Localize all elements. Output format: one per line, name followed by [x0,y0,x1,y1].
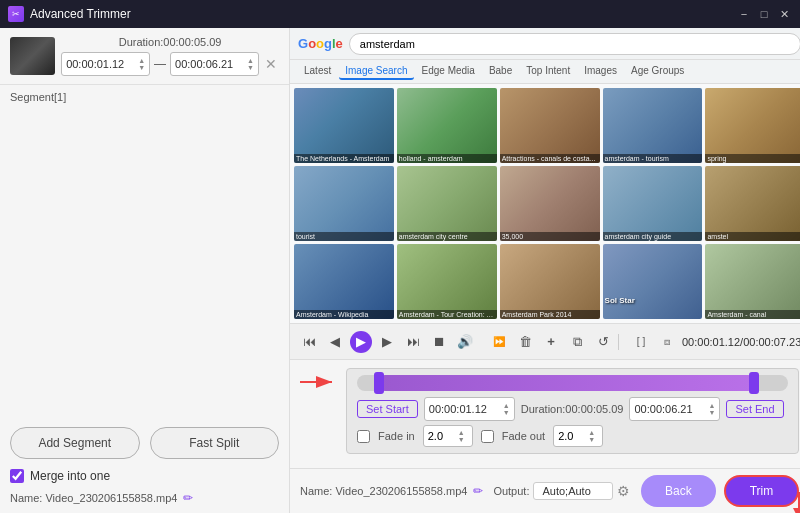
frame-button[interactable]: ⧈ [656,331,678,353]
fade-out-checkbox[interactable] [481,430,494,443]
close-segment-button[interactable]: ✕ [263,56,279,72]
fade-in-checkbox[interactable] [357,430,370,443]
output-settings-icon[interactable]: ⚙ [617,483,630,499]
volume-button[interactable]: 🔊 [454,331,476,353]
play-button[interactable]: ▶ [350,331,372,353]
trim-handle-right[interactable] [749,372,759,394]
right-panel: Google Latest Image Search Edge Media Ba… [290,28,800,513]
tab-age-groups[interactable]: Age Groups [625,63,690,80]
timeline-area: Set Start ▲ ▼ Duration:00:00:05.09 [290,359,800,468]
list-item[interactable]: 35,000 [500,166,600,241]
search-input[interactable] [349,33,800,55]
trim-segment-container: Set Start ▲ ▼ Duration:00:00:05.09 [346,368,799,454]
app-title: Advanced Trimmer [30,7,131,21]
list-item[interactable]: spring [705,88,800,163]
red-arrow-indicator [300,372,340,392]
start-trim-input-wrap[interactable]: ▲ ▼ [424,397,515,421]
list-item[interactable]: amsterdam city guide [603,166,703,241]
prev-frame-button[interactable]: ◀ [324,331,346,353]
trim-button[interactable]: Trim [724,475,800,507]
fade-out-value[interactable] [558,430,586,442]
end-trim-input[interactable] [634,403,706,415]
nav-tabs: Latest Image Search Edge Media Babe Top … [290,60,800,84]
next-frame-button[interactable]: ▶ [376,331,398,353]
slow-motion-button[interactable]: ⏩ [488,331,510,353]
tab-top-intent[interactable]: Top Intent [520,63,576,80]
fade-out-up[interactable]: ▲ [588,429,595,436]
start-trim-up[interactable]: ▲ [503,402,510,409]
back-button[interactable]: Back [641,475,716,507]
start-trim-spinners[interactable]: ▲ ▼ [503,402,510,416]
image-grid: The Netherlands - Amsterdam holland - am… [294,88,800,319]
merge-checkbox[interactable] [10,469,24,483]
start-time-down[interactable]: ▼ [138,64,145,71]
skip-end-button[interactable]: ⏭ [402,331,424,353]
time-separator: — [154,57,166,71]
list-item[interactable]: Sol Star [603,244,703,319]
browser-bar: Google [290,28,800,60]
google-logo: Google [298,36,343,51]
end-trim-input-wrap[interactable]: ▲ ▼ [629,397,720,421]
fade-in-value[interactable] [428,430,456,442]
minimize-button[interactable]: − [736,6,752,22]
start-time-up[interactable]: ▲ [138,57,145,64]
list-item[interactable]: Amsterdam - Tour Creation: A Tu... [397,244,497,319]
edit-file-name-icon[interactable]: ✏ [473,484,483,498]
clip-mode-button[interactable]: [ ] [630,331,652,353]
start-time-input-wrap[interactable]: ▲ ▼ [61,52,150,76]
copy-button[interactable]: ⧉ [566,331,588,353]
add-button[interactable]: + [540,331,562,353]
list-item[interactable]: holland - amsterdam [397,88,497,163]
left-panel: Duration:00:00:05.09 ▲ ▼ — ▲ [0,28,290,513]
add-segment-button[interactable]: Add Segment [10,427,140,459]
start-trim-input[interactable] [429,403,501,415]
list-item[interactable]: Amsterdam - canal [705,244,800,319]
fade-in-label: Fade in [378,430,415,442]
end-time-up[interactable]: ▲ [247,57,254,64]
fade-out-down[interactable]: ▼ [588,436,595,443]
tab-latest[interactable]: Latest [298,63,337,80]
title-bar-left: ✂ Advanced Trimmer [8,6,131,22]
tab-babe[interactable]: Babe [483,63,518,80]
list-item[interactable]: amsterdam - tourism [603,88,703,163]
fade-out-value-wrap[interactable]: ▲ ▼ [553,425,603,447]
trim-handle-left[interactable] [374,372,384,394]
end-time-down[interactable]: ▼ [247,64,254,71]
merge-row: Merge into one [0,469,289,483]
list-item[interactable]: tourist [294,166,394,241]
list-item[interactable]: The Netherlands - Amsterdam [294,88,394,163]
list-item[interactable]: amstel [705,166,800,241]
tab-image-search[interactable]: Image Search [339,63,413,80]
reset-button[interactable]: ↺ [592,331,614,353]
fade-in-down[interactable]: ▼ [458,436,465,443]
list-item[interactable]: Amsterdam Park 2014 [500,244,600,319]
set-end-button[interactable]: Set End [726,400,783,418]
skip-start-button[interactable]: ⏮ [298,331,320,353]
edit-name-icon[interactable]: ✏ [183,491,193,505]
fast-split-button[interactable]: Fast Split [150,427,280,459]
list-item[interactable]: Attractions - canals de costa... [500,88,600,163]
stop-button[interactable]: ⏹ [428,331,450,353]
merge-label: Merge into one [30,469,110,483]
tab-images[interactable]: Images [578,63,623,80]
tab-edge-media[interactable]: Edge Media [416,63,481,80]
maximize-button[interactable]: □ [756,6,772,22]
list-item[interactable]: Amsterdam - Wikipedia [294,244,394,319]
start-time-spinners[interactable]: ▲ ▼ [138,57,145,71]
thumbnail-area: Duration:00:00:05.09 ▲ ▼ — ▲ [0,28,289,85]
end-trim-spinners[interactable]: ▲ ▼ [708,402,715,416]
fade-in-value-wrap[interactable]: ▲ ▼ [423,425,473,447]
bottom-bar: Name: Video_230206155858.mp4 ✏ Output: A… [290,468,800,513]
end-time-input[interactable] [175,58,245,70]
set-start-button[interactable]: Set Start [357,400,418,418]
start-time-input[interactable] [66,58,136,70]
list-item[interactable]: amsterdam city centre [397,166,497,241]
end-time-input-wrap[interactable]: ▲ ▼ [170,52,259,76]
delete-button[interactable]: 🗑 [514,331,536,353]
end-time-spinners[interactable]: ▲ ▼ [247,57,254,71]
end-trim-down[interactable]: ▼ [708,409,715,416]
start-trim-down[interactable]: ▼ [503,409,510,416]
close-button[interactable]: ✕ [776,6,792,22]
end-trim-up[interactable]: ▲ [708,402,715,409]
fade-in-up[interactable]: ▲ [458,429,465,436]
